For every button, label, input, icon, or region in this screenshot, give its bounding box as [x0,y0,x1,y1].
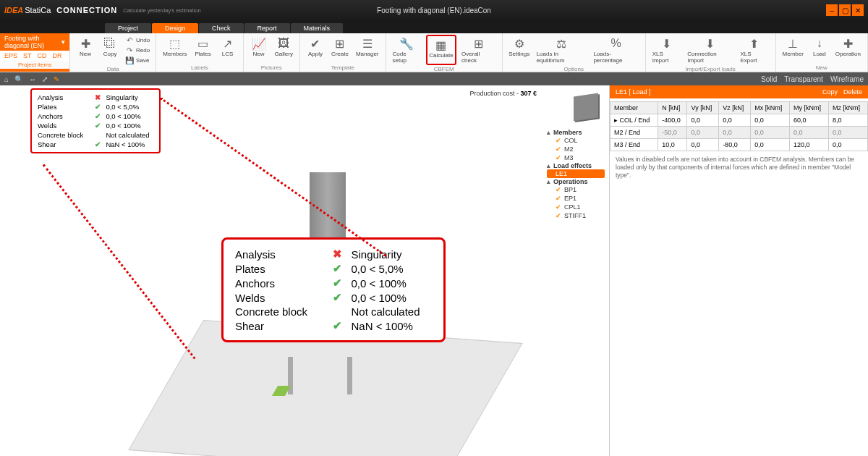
gear-icon: ⚙ [512,36,527,51]
lcs-button[interactable]: ↗LCS [217,35,239,64]
create-button[interactable]: ⊞Create [329,35,351,64]
tab-project[interactable]: Project [105,23,151,33]
home-icon[interactable]: ⌂ [4,75,9,83]
navigation-cube[interactable] [569,90,603,124]
tree-members-header[interactable]: Members [553,129,582,136]
overall-check-button[interactable]: ⊞Overall check [459,35,498,65]
brand-logo-2: StatiCa [25,6,51,14]
result-row: Anchors✔0,0 < 100% [235,276,432,290]
calculate-button[interactable]: ▦Calculate [426,35,456,65]
collapse-icon[interactable]: ▴ [547,129,550,136]
tree-item-m3[interactable]: ✔M3 [547,153,605,162]
proj-eps[interactable]: EPS [4,52,17,59]
tree-loadeffects-header[interactable]: Load effects [553,162,592,169]
result-row: Concrete blockNot calculated [235,305,432,318]
result-row: Shear✔NaN < 100% [38,140,153,149]
xls-export-button[interactable]: ⬆XLS Export [738,35,770,65]
manager-button[interactable]: ☰Manager [354,35,381,64]
arrows-icon[interactable]: ↔ [29,75,36,83]
new-load-button[interactable]: ↓Load [809,35,830,64]
result-row: Welds✔0,0 < 100% [235,290,432,305]
table-row[interactable]: M2 / End-50,00,00,00,00,00,0 [610,127,868,139]
xls-import-button[interactable]: ⬇XLS Import [650,35,683,65]
side-copy-button[interactable]: Copy [822,88,838,96]
model-tree: ▴Members ✔COL ✔M2 ✔M3 ▴Load effects LE1 … [547,129,605,220]
copy-button[interactable]: ⿻Copy [99,35,121,65]
brand-logo: IDEA [4,6,23,14]
collapse-icon[interactable]: ▴ [547,178,550,185]
tree-item-cpl1[interactable]: ✔CPL1 [547,203,605,211]
connection-import-button[interactable]: ⬇Connection Import [685,35,735,65]
view-toolbar: ⌂ 🔍 ↔ ⤢ ✎ Solid Transparent Wireframe [0,72,868,85]
gallery-icon: 🖼 [276,36,291,51]
save-button[interactable]: 💾Save [124,55,151,65]
table-row[interactable]: M3 / End10,00,0-80,00,0120,00,0 [610,139,868,151]
group-label-impexp: Import/Export loads [650,65,771,73]
new-operation-button[interactable]: ✚Operation [833,35,863,64]
tab-report[interactable]: Report [244,23,290,33]
view-solid[interactable]: Solid [761,75,777,83]
new-button[interactable]: ✚New [75,35,96,65]
collapse-icon[interactable]: ▴ [547,162,550,169]
result-row: Plates✔0,0 < 5,0% [38,102,153,111]
new-member-button[interactable]: ⊥Member [780,35,806,64]
result-row: Concrete blockNot calculated [38,130,153,140]
redo-button[interactable]: ↷Redo [124,45,151,55]
settings-button[interactable]: ⚙Settings [507,35,532,65]
loads-table[interactable]: MemberN [kN]Vy [kN]Vz [kN]Mx [kNm]My [kN… [610,101,868,151]
tab-design[interactable]: Design [152,23,198,33]
result-row: Welds✔0,0 < 100% [38,121,153,130]
wrench-icon: 🔧 [399,36,414,51]
code-setup-button[interactable]: 🔧Code setup [391,35,423,65]
tab-check[interactable]: Check [199,23,244,33]
picture-icon: 📈 [252,36,266,51]
check-icon: ✔ [556,154,561,161]
close-button[interactable]: ✕ [852,4,864,16]
loads-percentage-button[interactable]: %Loads-percentage [591,35,640,65]
side-panel: LE1 [ Load ] Copy Delete MemberN [kN]Vy … [609,85,868,456]
view-transparent[interactable]: Transparent [784,75,823,83]
tree-item-bp1[interactable]: ✔BP1 [547,185,605,194]
tree-item-ep1[interactable]: ✔EP1 [547,194,605,203]
apply-button[interactable]: ✔Apply [305,35,326,64]
group-label-template: Template [305,64,381,72]
proj-dr[interactable]: DR [53,52,62,59]
tree-item-col[interactable]: ✔COL [547,136,605,145]
tree-item-m2[interactable]: ✔M2 [547,145,605,153]
result-row: Analysis✖Singularity [38,93,153,102]
group-label-new: New [780,64,863,72]
viewport-3d[interactable]: Production cost - 307 € ▴Members ✔COL ✔M… [0,85,609,456]
menu-tabs: Project Design Check Report Materials [0,20,868,33]
proj-st[interactable]: ST [23,52,32,59]
ribbon-group-labels: ⬚Members ▭Plates ↗LCS Labels [156,33,243,72]
loads-equilibrium-button[interactable]: ⚖Loads in equilibrium [535,35,589,65]
group-label-labels: Labels [161,64,238,72]
view-wireframe[interactable]: Wireframe [830,75,864,83]
maximize-button[interactable]: ▢ [839,4,851,16]
lcs-icon: ↗ [221,36,235,51]
expand-icon[interactable]: ⤢ [42,75,48,83]
operation-icon: ✚ [841,36,855,51]
tree-item-le1[interactable]: LE1 [547,169,605,178]
tab-materials[interactable]: Materials [291,23,344,33]
result-row: Anchors✔0,0 < 100% [38,111,153,121]
table-row[interactable]: COL / End-400,00,00,00,060,08,0 [610,114,868,127]
brush-icon[interactable]: ✎ [54,75,59,83]
minimize-button[interactable]: – [826,4,838,16]
side-delete-button[interactable]: Delete [843,88,862,96]
production-cost: Production cost - 307 € [469,90,537,97]
members-button[interactable]: ⬚Members [161,35,189,64]
gallery-button[interactable]: 🖼Gallery [273,35,295,64]
undo-button[interactable]: ↶Undo [124,35,151,45]
plates-button[interactable]: ▭Plates [192,35,214,64]
pic-new-button[interactable]: 📈New [248,35,270,64]
tree-operations-header[interactable]: Operations [553,178,588,185]
project-item-name[interactable]: Footing with diagonal (EN) [4,35,57,49]
proj-cd[interactable]: CD [38,52,47,59]
tree-item-stiff1[interactable]: ✔STIFF1 [547,211,605,220]
side-panel-title: LE1 [ Load ] [616,88,651,96]
group-label-options: Options [507,65,641,73]
member-icon: ⊥ [786,36,800,51]
search-icon[interactable]: 🔍 [14,75,23,83]
percent-icon: % [609,36,624,51]
